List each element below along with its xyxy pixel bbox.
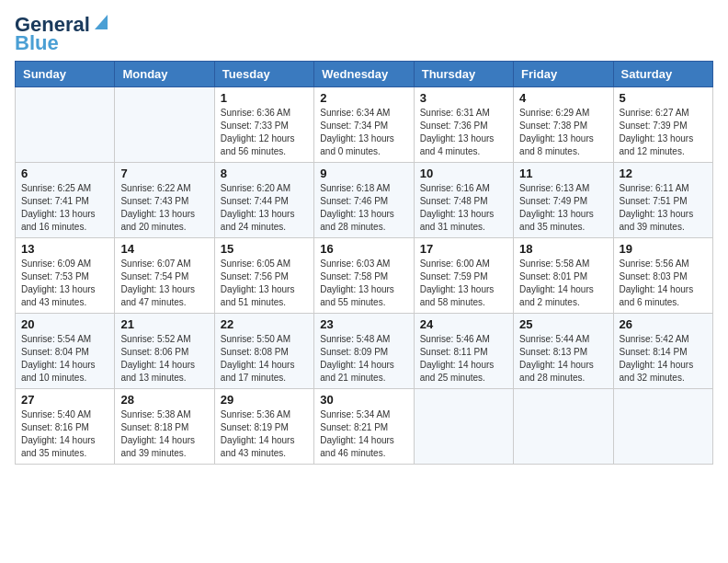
day-number: 27: [21, 393, 108, 407]
day-info: Sunrise: 6:05 AM Sunset: 7:56 PM Dayligh…: [221, 258, 308, 309]
day-info: Sunrise: 6:29 AM Sunset: 7:38 PM Dayligh…: [519, 107, 607, 158]
week-row-1: 1Sunrise: 6:36 AM Sunset: 7:33 PM Daylig…: [16, 87, 713, 163]
day-info: Sunrise: 5:44 AM Sunset: 8:13 PM Dayligh…: [519, 333, 607, 385]
day-number: 29: [221, 393, 308, 407]
week-row-5: 27Sunrise: 5:40 AM Sunset: 8:16 PM Dayli…: [16, 389, 713, 465]
day-header-sunday: Sunday: [16, 62, 115, 87]
day-number: 16: [320, 242, 407, 256]
calendar-cell: 23Sunrise: 5:48 AM Sunset: 8:09 PM Dayli…: [314, 314, 414, 389]
day-info: Sunrise: 6:13 AM Sunset: 7:49 PM Dayligh…: [519, 182, 607, 234]
day-number: 26: [620, 317, 707, 331]
calendar-cell: 11Sunrise: 6:13 AM Sunset: 7:49 PM Dayli…: [514, 163, 613, 238]
week-row-2: 6Sunrise: 6:25 AM Sunset: 7:41 PM Daylig…: [16, 163, 713, 238]
calendar-cell: 15Sunrise: 6:05 AM Sunset: 7:56 PM Dayli…: [214, 238, 313, 314]
day-info: Sunrise: 6:34 AM Sunset: 7:34 PM Dayligh…: [320, 107, 407, 158]
calendar-cell: 30Sunrise: 5:34 AM Sunset: 8:21 PM Dayli…: [314, 389, 414, 465]
day-number: 7: [120, 167, 208, 180]
day-number: 14: [120, 242, 208, 256]
day-info: Sunrise: 6:22 AM Sunset: 7:43 PM Dayligh…: [120, 182, 208, 234]
day-number: 4: [519, 91, 607, 105]
day-info: Sunrise: 5:38 AM Sunset: 8:18 PM Dayligh…: [120, 408, 208, 460]
day-info: Sunrise: 5:36 AM Sunset: 8:19 PM Dayligh…: [221, 408, 308, 460]
calendar-cell: 8Sunrise: 6:20 AM Sunset: 7:44 PM Daylig…: [214, 163, 313, 238]
calendar-cell: [414, 389, 513, 465]
day-info: Sunrise: 5:50 AM Sunset: 8:08 PM Dayligh…: [221, 333, 308, 385]
calendar-cell: 2Sunrise: 6:34 AM Sunset: 7:34 PM Daylig…: [314, 87, 414, 163]
day-number: 15: [221, 242, 308, 256]
day-info: Sunrise: 6:03 AM Sunset: 7:58 PM Dayligh…: [320, 258, 407, 309]
day-info: Sunrise: 5:54 AM Sunset: 8:04 PM Dayligh…: [21, 333, 108, 385]
day-info: Sunrise: 6:36 AM Sunset: 7:33 PM Dayligh…: [221, 107, 308, 158]
day-number: 17: [420, 242, 507, 256]
calendar-cell: 22Sunrise: 5:50 AM Sunset: 8:08 PM Dayli…: [214, 314, 313, 389]
day-info: Sunrise: 6:11 AM Sunset: 7:51 PM Dayligh…: [620, 182, 707, 234]
day-number: 10: [420, 167, 507, 180]
day-number: 2: [320, 91, 407, 105]
logo-text-blue: Blue: [15, 33, 59, 53]
calendar-cell: 24Sunrise: 5:46 AM Sunset: 8:11 PM Dayli…: [414, 314, 513, 389]
week-row-3: 13Sunrise: 6:09 AM Sunset: 7:53 PM Dayli…: [16, 238, 713, 314]
day-number: 1: [221, 91, 308, 105]
calendar-cell: 19Sunrise: 5:56 AM Sunset: 8:03 PM Dayli…: [613, 238, 712, 314]
calendar-cell: 10Sunrise: 6:16 AM Sunset: 7:48 PM Dayli…: [414, 163, 513, 238]
calendar-cell: 7Sunrise: 6:22 AM Sunset: 7:43 PM Daylig…: [115, 163, 214, 238]
day-number: 23: [320, 317, 407, 331]
day-number: 30: [320, 393, 407, 407]
day-info: Sunrise: 6:16 AM Sunset: 7:48 PM Dayligh…: [420, 182, 507, 234]
calendar-cell: 21Sunrise: 5:52 AM Sunset: 8:06 PM Dayli…: [115, 314, 214, 389]
day-number: 22: [221, 317, 308, 331]
day-header-friday: Friday: [514, 62, 613, 87]
day-info: Sunrise: 5:46 AM Sunset: 8:11 PM Dayligh…: [420, 333, 507, 385]
calendar-cell: 3Sunrise: 6:31 AM Sunset: 7:36 PM Daylig…: [414, 87, 513, 163]
calendar-cell: 5Sunrise: 6:27 AM Sunset: 7:39 PM Daylig…: [613, 87, 712, 163]
day-number: 12: [620, 167, 707, 180]
day-number: 13: [21, 242, 108, 256]
day-header-wednesday: Wednesday: [314, 62, 414, 87]
calendar-table: SundayMondayTuesdayWednesdayThursdayFrid…: [15, 61, 713, 465]
calendar-cell: [115, 87, 214, 163]
day-number: 20: [21, 317, 108, 331]
day-number: 18: [519, 242, 607, 256]
day-info: Sunrise: 6:27 AM Sunset: 7:39 PM Dayligh…: [620, 107, 707, 158]
logo-triangle-icon: [91, 15, 108, 31]
calendar-cell: [613, 389, 712, 465]
calendar-cell: 1Sunrise: 6:36 AM Sunset: 7:33 PM Daylig…: [214, 87, 313, 163]
calendar-cell: 26Sunrise: 5:42 AM Sunset: 8:14 PM Dayli…: [613, 314, 712, 389]
day-number: 24: [420, 317, 507, 331]
day-info: Sunrise: 5:48 AM Sunset: 8:09 PM Dayligh…: [320, 333, 407, 385]
day-header-tuesday: Tuesday: [214, 62, 313, 87]
day-number: 19: [620, 242, 707, 256]
calendar-cell: 20Sunrise: 5:54 AM Sunset: 8:04 PM Dayli…: [16, 314, 115, 389]
day-number: 9: [320, 167, 407, 180]
calendar-cell: 29Sunrise: 5:36 AM Sunset: 8:19 PM Dayli…: [214, 389, 313, 465]
calendar-cell: 6Sunrise: 6:25 AM Sunset: 7:41 PM Daylig…: [16, 163, 115, 238]
day-number: 5: [620, 91, 707, 105]
day-header-thursday: Thursday: [414, 62, 513, 87]
calendar-cell: [514, 389, 613, 465]
week-row-4: 20Sunrise: 5:54 AM Sunset: 8:04 PM Dayli…: [16, 314, 713, 389]
calendar-cell: 13Sunrise: 6:09 AM Sunset: 7:53 PM Dayli…: [16, 238, 115, 314]
calendar-cell: 14Sunrise: 6:07 AM Sunset: 7:54 PM Dayli…: [115, 238, 214, 314]
calendar-cell: 9Sunrise: 6:18 AM Sunset: 7:46 PM Daylig…: [314, 163, 414, 238]
day-number: 3: [420, 91, 507, 105]
day-info: Sunrise: 6:09 AM Sunset: 7:53 PM Dayligh…: [21, 258, 108, 309]
day-info: Sunrise: 5:52 AM Sunset: 8:06 PM Dayligh…: [120, 333, 208, 385]
day-info: Sunrise: 5:34 AM Sunset: 8:21 PM Dayligh…: [320, 408, 407, 460]
day-number: 21: [120, 317, 208, 331]
calendar-cell: [16, 87, 115, 163]
day-info: Sunrise: 6:00 AM Sunset: 7:59 PM Dayligh…: [420, 258, 507, 309]
calendar-cell: 4Sunrise: 6:29 AM Sunset: 7:38 PM Daylig…: [514, 87, 613, 163]
calendar-cell: 27Sunrise: 5:40 AM Sunset: 8:16 PM Dayli…: [16, 389, 115, 465]
day-number: 11: [519, 167, 607, 180]
day-info: Sunrise: 5:56 AM Sunset: 8:03 PM Dayligh…: [620, 258, 707, 309]
day-number: 6: [21, 167, 108, 180]
calendar-cell: 28Sunrise: 5:38 AM Sunset: 8:18 PM Dayli…: [115, 389, 214, 465]
day-info: Sunrise: 6:18 AM Sunset: 7:46 PM Dayligh…: [320, 182, 407, 234]
day-info: Sunrise: 6:25 AM Sunset: 7:41 PM Dayligh…: [21, 182, 108, 234]
day-number: 28: [120, 393, 208, 407]
day-header-monday: Monday: [115, 62, 214, 87]
day-info: Sunrise: 6:31 AM Sunset: 7:36 PM Dayligh…: [420, 107, 507, 158]
calendar-cell: 25Sunrise: 5:44 AM Sunset: 8:13 PM Dayli…: [514, 314, 613, 389]
day-info: Sunrise: 5:58 AM Sunset: 8:01 PM Dayligh…: [519, 258, 607, 309]
day-info: Sunrise: 5:42 AM Sunset: 8:14 PM Dayligh…: [620, 333, 707, 385]
